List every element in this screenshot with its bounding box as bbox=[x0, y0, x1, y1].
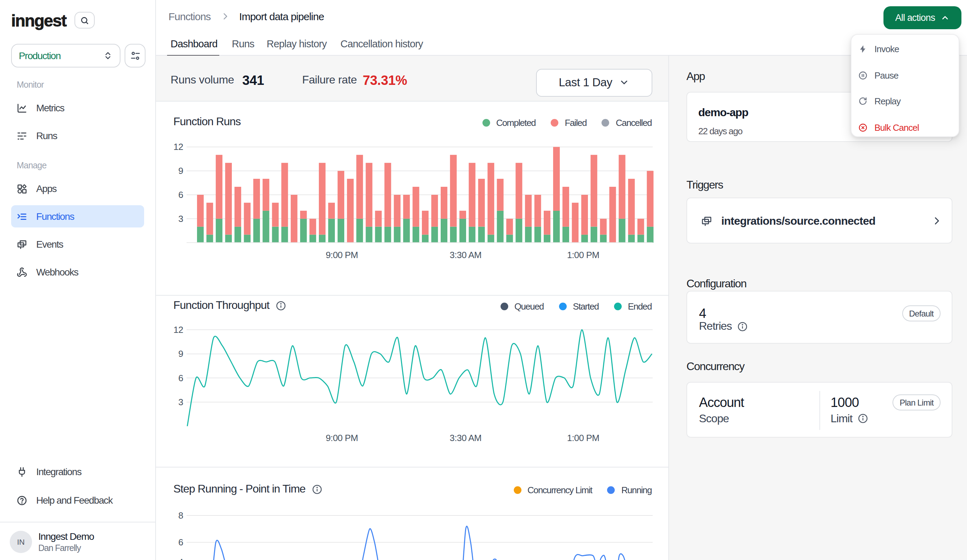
svg-text:9:00 PM: 9:00 PM bbox=[326, 250, 358, 260]
svg-text:1:00 PM: 1:00 PM bbox=[567, 250, 599, 260]
svg-text:12: 12 bbox=[173, 142, 183, 152]
svg-text:3:30 AM: 3:30 AM bbox=[450, 433, 482, 443]
svg-text:6: 6 bbox=[178, 373, 183, 383]
svg-text:3: 3 bbox=[178, 397, 183, 407]
svg-text:1:00 PM: 1:00 PM bbox=[567, 433, 599, 443]
svg-text:9: 9 bbox=[178, 166, 183, 176]
svg-text:9: 9 bbox=[178, 349, 183, 359]
svg-text:9:00 PM: 9:00 PM bbox=[326, 433, 358, 443]
svg-text:3: 3 bbox=[178, 214, 183, 224]
svg-text:6: 6 bbox=[178, 189, 183, 200]
svg-text:6: 6 bbox=[178, 537, 183, 547]
svg-text:3:30 AM: 3:30 AM bbox=[450, 250, 482, 260]
svg-text:12: 12 bbox=[173, 324, 183, 335]
svg-text:8: 8 bbox=[178, 510, 183, 521]
svg-text:4: 4 bbox=[178, 557, 183, 560]
